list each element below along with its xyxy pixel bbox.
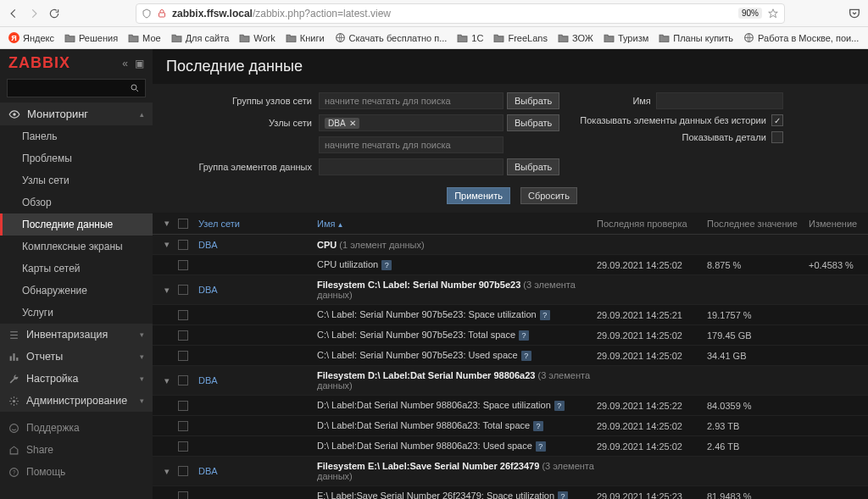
item-name[interactable]: C:\ Label: Serial Number 907b5e23: Used …	[317, 350, 597, 361]
row-checkbox[interactable]	[178, 260, 188, 270]
row-checkbox[interactable]	[178, 240, 188, 250]
row-checkbox[interactable]	[178, 466, 188, 476]
bookmark-label: Для сайта	[186, 33, 230, 43]
sidebar-item[interactable]: Проблемы	[0, 147, 153, 169]
row-checkbox[interactable]	[178, 491, 188, 500]
row-checkbox[interactable]	[178, 421, 188, 431]
show-without-history-checkbox[interactable]: ✓	[771, 114, 783, 126]
item-name[interactable]: C:\ Label: Serial Number 907b5e23: Total…	[317, 330, 597, 341]
info-icon[interactable]: ?	[554, 401, 565, 411]
host-link[interactable]: DBA	[198, 240, 317, 250]
star-icon[interactable]	[767, 8, 779, 19]
info-icon[interactable]: ?	[540, 310, 550, 320]
sidebar-bottom-help[interactable]: ?Помощь	[0, 461, 153, 483]
bookmark-item[interactable]: Книги	[282, 31, 328, 45]
host-link[interactable]: DBA	[198, 466, 317, 476]
logo[interactable]: ZABBIX	[8, 54, 70, 72]
info-icon[interactable]: ?	[533, 421, 543, 431]
nav-section-monitoring[interactable]: Мониторинг ▴	[0, 103, 153, 125]
row-checkbox[interactable]	[178, 330, 188, 341]
select-all-checkbox[interactable]	[178, 219, 188, 229]
item-name[interactable]: E:\ Label:Save Serial Number 26f23479: S…	[317, 491, 597, 499]
row-checkbox[interactable]	[178, 285, 188, 295]
collapse-toggle[interactable]: ▾	[156, 285, 178, 296]
hostgroups-input[interactable]: начните печатать для поиска	[319, 92, 504, 109]
row-checkbox[interactable]	[178, 310, 188, 320]
bookmark-item[interactable]: Скачать бесплатно п...	[331, 30, 451, 45]
hostgroups-select-button[interactable]: Выбрать	[507, 92, 559, 109]
reset-button[interactable]: Сбросить	[520, 187, 577, 204]
bookmark-item[interactable]: 1С	[453, 31, 487, 45]
row-checkbox[interactable]	[178, 401, 188, 411]
item-name[interactable]: D:\ Label:Dat Serial Number 98806a23: Sp…	[317, 400, 597, 411]
sidebar-bottom-share[interactable]: Share	[0, 439, 153, 461]
host-link[interactable]: DBA	[198, 375, 317, 385]
bookmark-item[interactable]: FreeLans	[490, 31, 550, 45]
sidebar-item[interactable]: Услуги	[0, 302, 153, 324]
item-name[interactable]: C:\ Label: Serial Number 907b5e23: Space…	[317, 309, 597, 320]
sidebar-section-gear[interactable]: Администрирование▾	[0, 390, 153, 412]
host-tag[interactable]: DBA✕	[325, 118, 359, 129]
col-host[interactable]: Узел сети	[198, 219, 317, 229]
info-icon[interactable]: ?	[521, 351, 531, 361]
info-icon[interactable]: ?	[536, 441, 546, 452]
bookmark-item[interactable]: Туризм	[600, 31, 652, 45]
host-link[interactable]: DBA	[198, 285, 317, 295]
apply-button[interactable]: Применить	[447, 187, 510, 204]
bookmark-item[interactable]: Work	[236, 31, 278, 45]
sidebar-section-wrench[interactable]: Настройка▾	[0, 368, 153, 390]
sidebar-item[interactable]: Последние данные	[0, 213, 153, 236]
zoom-badge[interactable]: 90%	[738, 8, 762, 19]
collapse-toggle[interactable]: ▾	[156, 375, 178, 386]
hosts-select-button[interactable]: Выбрать	[507, 114, 559, 131]
sidebar-search[interactable]	[7, 79, 146, 97]
collapse-toggle[interactable]: ▾	[156, 466, 178, 477]
hosts-input[interactable]: DBA✕	[319, 114, 504, 131]
row-checkbox[interactable]	[178, 351, 188, 361]
expand-all-toggle[interactable]: ▾	[156, 218, 178, 229]
hosts-input-extra[interactable]: начните печатать для поиска	[319, 136, 504, 153]
url-bar[interactable]: zabbix.ffsw.local/zabbix.php?action=late…	[136, 3, 785, 24]
item-name[interactable]: CPU utilization?	[317, 259, 597, 270]
reload-icon[interactable]	[47, 7, 61, 20]
last-check: 29.09.2021 14:25:21	[597, 310, 707, 320]
last-check: 29.09.2021 14:25:22	[597, 401, 707, 411]
bookmark-item[interactable]: ЗОЖ	[554, 31, 597, 45]
last-value: 8.875 %	[707, 260, 809, 270]
sidebar-item[interactable]: Панель	[0, 125, 153, 147]
col-name[interactable]: Имя▲	[317, 219, 597, 229]
sidebar-item[interactable]: Комплексные экраны	[0, 236, 153, 258]
application-input[interactable]	[319, 158, 504, 175]
info-icon[interactable]: ?	[381, 260, 392, 270]
sidebar-menu-icon[interactable]: ▣	[135, 58, 144, 69]
bookmark-item[interactable]: ЯЯндекс	[5, 30, 58, 45]
show-details-checkbox[interactable]	[771, 131, 783, 143]
sidebar-item[interactable]: Узлы сети	[0, 169, 153, 191]
search-icon	[130, 83, 140, 93]
name-input[interactable]	[656, 92, 783, 109]
info-icon[interactable]: ?	[558, 491, 568, 499]
collapse-sidebar-icon[interactable]: «	[122, 58, 128, 69]
bookmark-item[interactable]: Решения	[61, 31, 121, 45]
info-icon[interactable]: ?	[519, 330, 529, 341]
sidebar-item[interactable]: Обнаружение	[0, 280, 153, 302]
sidebar-section-list[interactable]: Инвентаризация▾	[0, 324, 153, 346]
sidebar-section-bars[interactable]: Отчеты▾	[0, 346, 153, 368]
bookmark-item[interactable]: Мое	[125, 31, 164, 45]
item-name[interactable]: D:\ Label:Dat Serial Number 98806a23: To…	[317, 420, 597, 431]
row-checkbox[interactable]	[178, 375, 188, 385]
bookmark-item[interactable]: Для сайта	[168, 31, 233, 45]
back-icon[interactable]	[7, 7, 20, 20]
pocket-icon[interactable]	[848, 7, 861, 20]
bookmark-item[interactable]: Работа в Москве, пои...	[740, 30, 862, 45]
bookmark-item[interactable]: Планы купить	[655, 31, 737, 45]
item-name[interactable]: D:\ Label:Dat Serial Number 98806a23: Us…	[317, 441, 597, 452]
sidebar-item[interactable]: Карты сетей	[0, 258, 153, 280]
collapse-toggle[interactable]: ▾	[156, 239, 178, 250]
sidebar-item[interactable]: Обзор	[0, 191, 153, 213]
row-checkbox[interactable]	[178, 441, 188, 452]
close-icon[interactable]: ✕	[349, 119, 356, 128]
sidebar-bottom-support[interactable]: Поддержка	[0, 417, 153, 439]
application-select-button[interactable]: Выбрать	[507, 158, 559, 175]
forward-icon[interactable]	[27, 7, 41, 20]
